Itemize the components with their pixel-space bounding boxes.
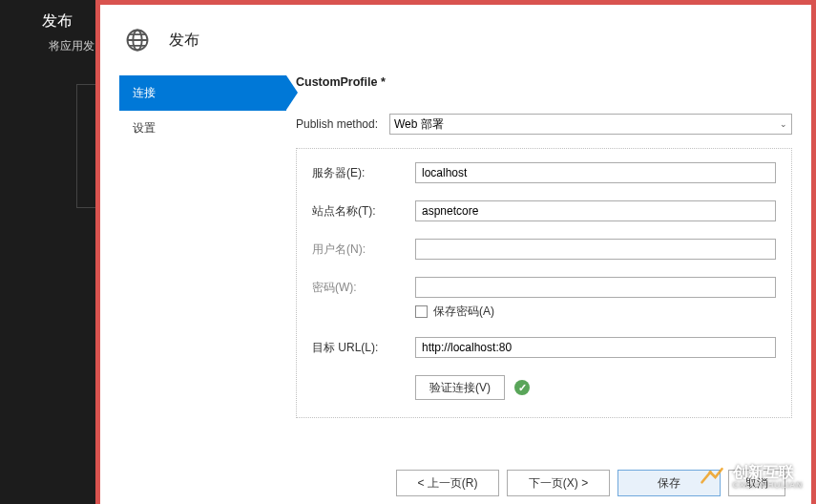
next-button[interactable]: 下一页(X) > [507,470,610,496]
profile-name: CustomProfile * [296,75,792,89]
username-label: 用户名(N): [312,242,415,258]
save-password-label: 保存密码(A) [433,304,494,320]
site-input[interactable] [415,200,776,221]
username-input[interactable] [415,239,776,260]
publish-method-select[interactable]: Web 部署 ⌄ [389,114,792,135]
nav-item-label: 连接 [133,86,156,99]
page-title: 发布 [42,11,73,32]
nav-item-connect[interactable]: 连接 [119,75,286,111]
publish-method-label: Publish method: [296,117,389,131]
nav-item-label: 设置 [133,121,156,135]
prev-button[interactable]: < 上一页(R) [396,470,499,496]
chevron-down-icon: ⌄ [780,119,787,129]
connection-group: 服务器(E): 站点名称(T): 用户名(N): 密码(W): [296,148,792,418]
svg-point-2 [708,471,712,474]
validate-connection-button[interactable]: 验证连接(V) [415,375,505,400]
save-password-checkbox[interactable] [415,305,428,318]
nav-item-settings[interactable]: 设置 [119,111,286,146]
check-ok-icon: ✓ [514,380,530,395]
publish-dialog: 发布 连接 设置 CustomProfile * Publish method:… [95,0,816,504]
password-input[interactable] [415,277,776,298]
globe-icon [123,26,152,54]
page-subtitle: 将应用发 [49,38,94,54]
publish-method-value: Web 部署 [394,116,444,133]
dialog-header: 发布 [100,5,811,72]
server-label: 服务器(E): [312,165,415,181]
brand-logo-icon [699,464,725,491]
form-area: CustomProfile * Publish method: Web 部署 ⌄… [286,72,792,458]
watermark: 创新互联 CXLIANHULIAN [699,464,804,491]
server-input[interactable] [415,162,776,183]
dialog-nav: 连接 设置 [119,72,286,458]
dialog-title: 发布 [169,31,199,51]
dest-url-input[interactable] [415,337,776,358]
brand-name: 创新互联 CXLIANHULIAN [733,465,804,490]
site-label: 站点名称(T): [312,203,415,220]
password-label: 密码(W): [312,280,415,296]
dest-url-label: 目标 URL(L): [312,340,415,356]
